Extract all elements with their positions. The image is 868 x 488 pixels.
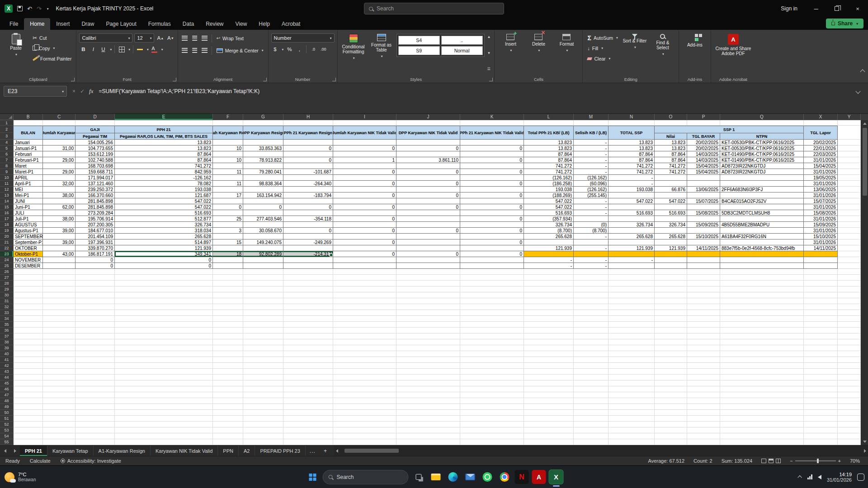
cell-i14[interactable] (333, 198, 396, 204)
percent-style-button[interactable]: % (285, 45, 293, 53)
number-dialog-launcher-icon[interactable] (332, 78, 336, 81)
cell-h52[interactable] (283, 422, 333, 427)
cell-d22[interactable]: 339.870.270 (75, 245, 115, 251)
cell-f13[interactable]: 17 (213, 192, 243, 198)
sort-filter-button[interactable]: Sort & Filter▾ (622, 32, 648, 74)
cell-p34[interactable] (687, 316, 720, 322)
cell-h5[interactable]: 0 (283, 145, 333, 151)
increase-font-icon[interactable]: A▲ (156, 34, 165, 42)
cell-g19[interactable]: 30.058.670 (243, 228, 283, 234)
cell-x5[interactable]: 22/01/2026 (804, 145, 838, 151)
cell-j25[interactable] (396, 263, 460, 269)
cell-n32[interactable] (609, 304, 655, 310)
cell-n27[interactable] (609, 275, 655, 281)
cell-b54[interactable] (14, 433, 43, 439)
cell-k39[interactable] (460, 345, 524, 351)
cell-j15[interactable]: 0 (396, 204, 460, 210)
cell-h29[interactable] (283, 286, 333, 292)
cell-m24[interactable]: - (574, 257, 609, 263)
ribbon-tab-draw[interactable]: Draw (75, 18, 100, 30)
cell-k42[interactable] (460, 363, 524, 369)
cell-d36[interactable] (75, 328, 115, 333)
cell-g49[interactable] (243, 404, 283, 410)
cell-h46[interactable] (283, 386, 333, 392)
cell-g21[interactable]: 149.240.075 (243, 239, 283, 245)
cell-g46[interactable] (243, 386, 283, 392)
cell-o34[interactable] (655, 316, 687, 322)
cell-j23[interactable]: 0 (396, 251, 460, 257)
cell-y50[interactable] (838, 410, 861, 416)
row-header-38[interactable]: 38 (0, 339, 14, 345)
cell-n40[interactable] (609, 351, 655, 357)
cell-m15[interactable]: - (574, 204, 609, 210)
cell-g36[interactable] (243, 328, 283, 333)
cell-c23[interactable]: 43,00 (43, 251, 75, 257)
cell-j12[interactable] (396, 187, 460, 192)
cell-x21[interactable]: 31/01/2026 (804, 239, 838, 245)
cell-q27[interactable] (720, 275, 804, 281)
cell-g45[interactable] (243, 380, 283, 386)
cell-j10[interactable] (396, 175, 460, 181)
cell-b22[interactable]: OKTOBER (14, 245, 43, 251)
cell-y32[interactable] (838, 304, 861, 310)
cell-g51[interactable] (243, 416, 283, 422)
cell-b51[interactable] (14, 416, 43, 422)
cell-n47[interactable] (609, 392, 655, 398)
row-header-7[interactable]: 7 (0, 157, 14, 163)
mail-icon[interactable] (463, 470, 477, 484)
cell-f24[interactable] (213, 257, 243, 263)
cell-n29[interactable] (609, 286, 655, 292)
row-header-25[interactable]: 25 (0, 263, 14, 269)
cell-j5[interactable]: 0 (396, 145, 460, 151)
cell-f17[interactable]: 25 (213, 216, 243, 222)
row-header-14[interactable]: 14 (0, 198, 14, 204)
cell-h54[interactable] (283, 433, 333, 439)
row-header-37[interactable]: 37 (0, 333, 14, 339)
cell-k38[interactable] (460, 339, 524, 345)
conditional-formatting-button[interactable]: Conditional Formatting▾ (340, 32, 367, 74)
cell-g24[interactable] (243, 257, 283, 263)
cell-q14[interactable]: B4CAE015AO2FJS2V (720, 198, 804, 204)
cell-q10[interactable] (720, 175, 804, 181)
cell-q25[interactable] (720, 263, 804, 269)
cell-d27[interactable] (75, 275, 115, 281)
cell-e7[interactable]: 87.864 (115, 157, 213, 163)
cell-h45[interactable] (283, 380, 333, 386)
italic-button[interactable]: I (89, 45, 97, 53)
cell-p31[interactable] (687, 298, 720, 304)
cell-d13[interactable]: 166.370.660 (75, 192, 115, 198)
cell-k36[interactable] (460, 328, 524, 333)
align-top-icon[interactable] (181, 34, 189, 42)
cell-l18[interactable]: 326.734 (524, 222, 574, 228)
cell-q48[interactable] (720, 398, 804, 404)
cell-i28[interactable] (333, 281, 396, 286)
cell-m23[interactable] (574, 251, 609, 257)
cell-c41[interactable] (43, 357, 75, 363)
cell-e17[interactable]: 512.877 (115, 216, 213, 222)
cell-q44[interactable] (720, 375, 804, 380)
cell-style-normal[interactable]: Normal (441, 46, 483, 55)
cell-k15[interactable]: 0 (460, 204, 524, 210)
cell-b1[interactable] (14, 120, 43, 126)
cell-q29[interactable] (720, 286, 804, 292)
cell-g42[interactable] (243, 363, 283, 369)
cell-l26[interactable] (524, 269, 574, 275)
cell-o36[interactable] (655, 328, 687, 333)
cell-m14[interactable]: - (574, 198, 609, 204)
cell-x51[interactable] (804, 416, 838, 422)
cell-x27[interactable] (804, 275, 838, 281)
cell-q28[interactable] (720, 281, 804, 286)
cell-c31[interactable] (43, 298, 75, 304)
cell-x45[interactable] (804, 380, 838, 386)
cell-d15[interactable]: 281.845.898 (75, 204, 115, 210)
cell-n44[interactable] (609, 375, 655, 380)
cell-l15[interactable]: 547.022 (524, 204, 574, 210)
cell-n37[interactable] (609, 333, 655, 339)
cell-h28[interactable] (283, 281, 333, 286)
cell-o43[interactable] (655, 369, 687, 375)
cell-o49[interactable] (655, 404, 687, 410)
cell-c44[interactable] (43, 375, 75, 380)
cell-y9[interactable] (838, 169, 861, 175)
cell-x43[interactable] (804, 369, 838, 375)
cell-y53[interactable] (838, 427, 861, 433)
